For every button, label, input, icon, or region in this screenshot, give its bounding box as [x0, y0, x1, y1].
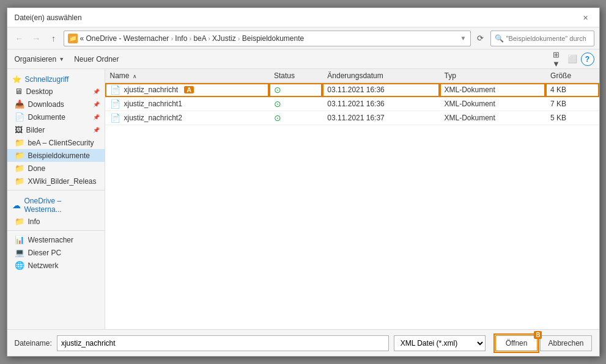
sidebar-item-label: XWiki_Bilder_Releas: [28, 177, 97, 186]
dokumente-icon: 📄: [15, 112, 24, 122]
sidebar-item-label: Beispieldokumente: [28, 151, 90, 160]
filename-label: Dateiname:: [15, 339, 52, 348]
pin-icon: 📌: [93, 101, 100, 107]
close-button[interactable]: ×: [580, 12, 592, 24]
bottom-buttons: Öffnen B Abbrechen: [495, 335, 592, 351]
file-name: xjustiz_nachricht: [124, 86, 179, 94]
status-ok-icon: ⊙: [274, 113, 281, 123]
folder-icon: 📁: [68, 34, 78, 43]
folder-icon: 📁: [15, 151, 24, 160]
schnellzugriff-label: Schnellzugriff: [25, 75, 69, 84]
sidebar-item-dokumente[interactable]: 📄 Dokumente 📌: [7, 111, 105, 123]
pin-icon: 📌: [93, 89, 100, 95]
sidebar-item-bea-security[interactable]: 📁 beA – ClientSecurity: [7, 136, 105, 149]
organize-chevron: ▼: [59, 56, 64, 62]
file-name-cell: 📄xjustiz_nachricht2: [105, 111, 269, 125]
file-icon: 📄: [110, 99, 120, 109]
file-type: XML-Dokument: [440, 111, 546, 125]
forward-button[interactable]: →: [29, 31, 44, 46]
new-folder-button[interactable]: Neuer Ordner: [72, 54, 121, 65]
onedrive-label: OneDrive – Westerna...: [24, 197, 100, 214]
file-date: 03.11.2021 16:36: [322, 83, 439, 97]
sidebar-item-label: beA – ClientSecurity: [28, 139, 94, 147]
search-bar: 🔍: [490, 31, 594, 46]
sidebar-item-westernacher[interactable]: 📊 Westernacher: [7, 233, 105, 246]
main-content: ⭐ Schnellzugriff 🖥 Desktop 📌 📥 Downloads…: [7, 69, 599, 329]
downloads-icon: 📥: [15, 100, 24, 109]
sidebar-item-label: Dieser PC: [28, 249, 62, 257]
sidebar-item-desktop[interactable]: 🖥 Desktop 📌: [7, 85, 105, 98]
file-status: ⊙: [269, 83, 322, 97]
dieser-pc-icon: 💻: [15, 248, 24, 257]
organize-button[interactable]: Organisieren ▼: [12, 54, 67, 65]
up-button[interactable]: ↑: [46, 31, 61, 46]
column-date[interactable]: Änderungsdatum: [322, 69, 439, 83]
file-size: 5 KB: [545, 111, 599, 125]
table-row[interactable]: 📄xjustiz_nachricht1⊙03.11.2021 16:36XML-…: [105, 97, 599, 111]
column-size[interactable]: Größe: [545, 69, 599, 83]
sidebar-item-label: Done: [28, 164, 46, 173]
file-size: 7 KB: [545, 97, 599, 111]
table-row[interactable]: 📄xjustiz_nachricht2⊙03.11.2021 16:37XML-…: [105, 111, 599, 125]
sidebar-item-done[interactable]: 📁 Done: [7, 162, 105, 175]
sidebar-section-schnellzugriff: ⭐ Schnellzugriff: [7, 71, 105, 85]
bilder-icon: 🖼: [15, 125, 23, 134]
back-button[interactable]: ←: [12, 31, 27, 46]
open-button[interactable]: Öffnen B: [495, 335, 538, 351]
new-folder-label: Neuer Ordner: [74, 55, 119, 64]
sidebar-item-xwiki[interactable]: 📁 XWiki_Bilder_Releas: [7, 175, 105, 187]
filename-input[interactable]: [57, 335, 389, 351]
sidebar-divider: [7, 190, 105, 191]
pin-icon: 📌: [93, 127, 100, 133]
column-type-label: Typ: [445, 71, 456, 80]
cancel-button[interactable]: Abbrechen: [540, 335, 591, 351]
file-pane: Name ∧ Status Änderungsdatum Typ: [105, 69, 599, 329]
sidebar-item-label: Downloads: [28, 100, 64, 109]
help-button[interactable]: ?: [581, 53, 594, 66]
table-row[interactable]: 📄xjustiz_nachrichtA⊙03.11.2021 16:36XML-…: [105, 83, 599, 97]
breadcrumb-text: « OneDrive - Westernacher › Info › beA ›…: [80, 34, 305, 43]
sidebar-item-dieser-pc[interactable]: 💻 Dieser PC: [7, 246, 105, 259]
sidebar-item-netzwerk[interactable]: 🌐 Netzwerk: [7, 259, 105, 272]
column-size-label: Größe: [550, 71, 571, 80]
file-table: Name ∧ Status Änderungsdatum Typ: [105, 69, 599, 125]
netzwerk-icon: 🌐: [15, 261, 24, 270]
view-toggle-button[interactable]: ⊞ ▼: [549, 52, 564, 67]
column-status-label: Status: [274, 71, 295, 80]
file-name: xjustiz_nachricht2: [124, 114, 182, 122]
sidebar-section-onedrive: ☁ OneDrive – Westerna...: [7, 193, 105, 215]
open-badge: B: [534, 331, 542, 339]
filetype-select[interactable]: XML Datei (*.xml): [394, 335, 486, 351]
search-input[interactable]: [506, 35, 586, 42]
sidebar-item-info[interactable]: 📁 Info: [7, 215, 105, 228]
bottom-bar: Dateiname: XML Datei (*.xml) Öffnen B Ab…: [7, 329, 599, 356]
table-header-row: Name ∧ Status Änderungsdatum Typ: [105, 69, 599, 83]
breadcrumb[interactable]: 📁 « OneDrive - Westernacher › Info › beA…: [64, 31, 471, 46]
file-type: XML-Dokument: [440, 83, 546, 97]
column-name[interactable]: Name ∧: [105, 69, 269, 83]
dialog-title: Datei(en) auswählen: [15, 13, 82, 22]
status-ok-icon: ⊙: [274, 99, 281, 109]
sidebar-item-downloads[interactable]: 📥 Downloads 📌: [7, 98, 105, 111]
sidebar-item-label: Desktop: [26, 87, 53, 96]
file-size: 4 KB: [545, 83, 599, 97]
file-name: xjustiz_nachricht1: [124, 100, 182, 108]
open-label: Öffnen: [506, 339, 528, 348]
title-bar: Datei(en) auswählen ×: [7, 8, 599, 27]
file-icon: 📄: [110, 85, 120, 95]
pane-toggle-button[interactable]: ⬜: [565, 52, 580, 67]
column-type[interactable]: Typ: [440, 69, 546, 83]
folder-icon: 📁: [15, 177, 24, 186]
sidebar-item-bilder[interactable]: 🖼 Bilder 📌: [7, 123, 105, 136]
onedrive-icon: ☁: [12, 200, 21, 210]
sidebar-divider-2: [7, 230, 105, 231]
action-bar: Organisieren ▼ Neuer Ordner ⊞ ▼ ⬜ ?: [7, 49, 599, 69]
file-name-cell: 📄xjustiz_nachrichtA: [105, 83, 269, 97]
file-name-cell: 📄xjustiz_nachricht1: [105, 97, 269, 111]
sidebar-item-label: Netzwerk: [28, 261, 59, 270]
refresh-button[interactable]: ⟳: [473, 31, 488, 46]
sidebar-item-beispieldokumente[interactable]: 📁 Beispieldokumente: [7, 149, 105, 162]
column-status[interactable]: Status: [269, 69, 322, 83]
file-type: XML-Dokument: [440, 97, 546, 111]
breadcrumb-dropdown-icon[interactable]: ▼: [460, 35, 467, 42]
